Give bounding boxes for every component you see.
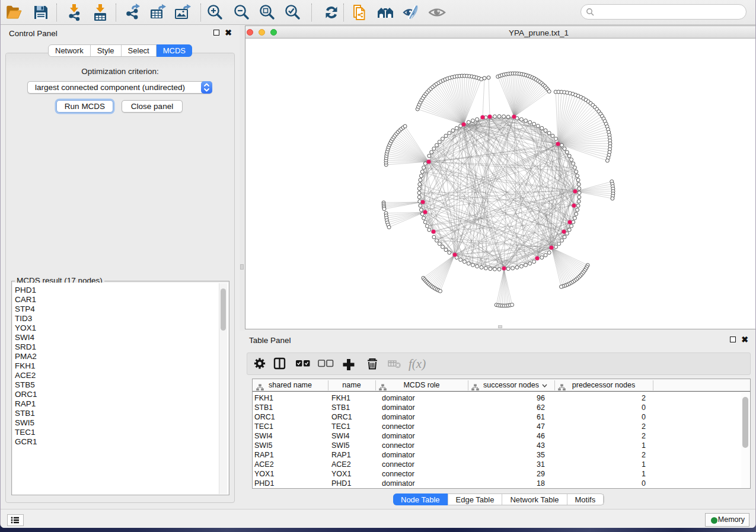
svg-text:f(x): f(x) [409,357,426,371]
